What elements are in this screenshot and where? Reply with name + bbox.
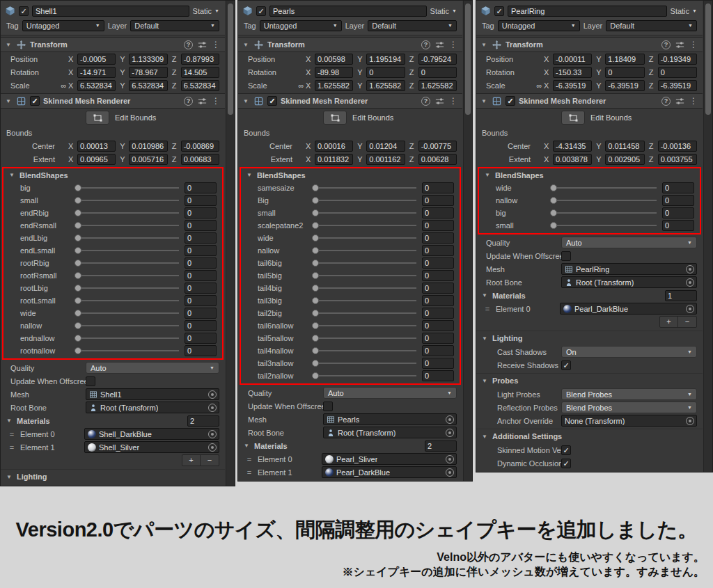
slider-thumb[interactable] (312, 285, 319, 292)
blendshape-slider[interactable] (312, 196, 416, 205)
y-value-field[interactable]: 0.011458 (605, 141, 644, 152)
slider-thumb[interactable] (312, 372, 319, 379)
update-when-offscreen-checkbox[interactable] (323, 402, 333, 411)
blendshape-slider[interactable] (75, 308, 179, 318)
blendshape-value-field[interactable]: 0 (185, 333, 217, 344)
z-value-field[interactable]: -0.00869 (181, 141, 219, 152)
foldout-arrow-icon[interactable]: ▼ (243, 42, 250, 48)
foldout-arrow-icon[interactable]: ▼ (6, 42, 13, 48)
component-enabled-checkbox[interactable]: ✓ (267, 96, 277, 106)
layer-dropdown[interactable]: Default▼ (606, 20, 697, 31)
blendshape-slider[interactable] (75, 233, 179, 243)
blendshape-slider[interactable] (312, 208, 416, 218)
blendshape-value-field[interactable]: 0 (422, 345, 454, 356)
foldout-arrow-icon[interactable]: ▼ (9, 172, 16, 178)
link-icon[interactable]: ∞ (59, 81, 68, 90)
slider-thumb[interactable] (75, 335, 81, 342)
link-icon[interactable]: ∞ (297, 81, 306, 90)
slider-thumb[interactable] (550, 184, 557, 191)
blendshape-slider[interactable] (75, 183, 179, 193)
slider-thumb[interactable] (312, 310, 319, 317)
blendshape-slider[interactable] (75, 271, 179, 280)
slider-thumb[interactable] (312, 184, 319, 191)
slider-thumb[interactable] (312, 360, 319, 367)
y-value-field[interactable]: 6.532834 (129, 80, 167, 91)
blendshape-slider[interactable] (550, 183, 657, 193)
foldout-arrow-icon[interactable]: ▼ (482, 335, 489, 342)
drag-handle-icon[interactable]: = (244, 455, 255, 463)
scrollbar[interactable] (703, 1, 712, 472)
blendshape-slider[interactable] (312, 258, 416, 268)
z-value-field[interactable]: 0.00683 (181, 154, 219, 165)
blendshape-value-field[interactable]: 0 (422, 295, 454, 306)
blendshape-slider[interactable] (312, 358, 416, 368)
preset-icon[interactable] (434, 40, 445, 50)
blendshape-slider[interactable] (312, 346, 416, 356)
tag-dropdown[interactable]: Untagged▼ (498, 20, 580, 31)
z-value-field[interactable]: 0.00628 (418, 154, 457, 165)
slider-thumb[interactable] (312, 260, 319, 267)
blendshape-slider[interactable] (312, 296, 416, 305)
remove-element-button[interactable]: − (678, 317, 696, 327)
z-value-field[interactable]: 0 (658, 67, 697, 78)
drag-handle-icon[interactable]: = (6, 443, 17, 452)
foldout-arrow-icon[interactable]: ▼ (244, 443, 251, 449)
blendshape-value-field[interactable]: 0 (185, 308, 217, 319)
blendshape-slider[interactable] (75, 258, 179, 268)
x-value-field[interactable]: 0.00016 (315, 141, 353, 152)
root-bone-object-field[interactable]: Root (Transform) (86, 402, 219, 413)
blendshape-value-field[interactable]: 0 (422, 232, 454, 244)
foldout-arrow-icon[interactable]: ▼ (485, 172, 492, 178)
blendshape-slider[interactable] (312, 308, 416, 318)
x-value-field[interactable]: 0.011832 (315, 154, 353, 165)
add-element-button[interactable]: + (182, 455, 201, 466)
link-icon[interactable]: ∞ (535, 81, 544, 90)
blendshape-slider[interactable] (75, 333, 179, 343)
foldout-arrow-icon[interactable]: ▼ (482, 292, 489, 299)
x-value-field[interactable]: 0.00013 (77, 141, 116, 152)
help-icon[interactable]: ? (421, 40, 430, 49)
blendshape-value-field[interactable]: 0 (422, 245, 454, 256)
slider-thumb[interactable] (312, 247, 319, 254)
cast-shadows-dropdown[interactable]: On▼ (561, 346, 697, 358)
x-value-field[interactable]: -89.98 (315, 67, 353, 78)
y-value-field[interactable]: 1.133309 (129, 54, 167, 65)
help-icon[interactable]: ? (184, 97, 193, 106)
z-value-field[interactable]: -0.79524 (418, 54, 457, 65)
y-value-field[interactable]: 0.005716 (129, 154, 167, 165)
object-picker-icon[interactable] (208, 430, 217, 438)
component-enabled-checkbox[interactable]: ✓ (30, 96, 40, 106)
foldout-arrow-icon[interactable]: ▼ (6, 418, 13, 424)
z-value-field[interactable]: -6.39519 (658, 80, 697, 91)
x-value-field[interactable]: 0.003878 (553, 154, 592, 165)
static-toggle[interactable]: Static▼ (193, 7, 221, 15)
slider-thumb[interactable] (75, 272, 81, 279)
edit-bounds-button[interactable] (86, 111, 109, 125)
kebab-menu-icon[interactable]: ⋮ (212, 97, 220, 105)
foldout-arrow-icon[interactable]: ▼ (482, 378, 489, 384)
update-when-offscreen-checkbox[interactable] (561, 251, 571, 261)
kebab-menu-icon[interactable]: ⋮ (689, 40, 698, 49)
z-value-field[interactable]: 1.625582 (418, 80, 457, 91)
slider-thumb[interactable] (312, 197, 319, 204)
z-value-field[interactable]: 0 (418, 67, 457, 78)
blendshape-slider[interactable] (312, 283, 416, 293)
layer-dropdown[interactable]: Default▼ (368, 20, 457, 31)
blendshape-slider[interactable] (75, 296, 179, 305)
blendshape-value-field[interactable]: 0 (185, 320, 217, 331)
blendshape-value-field[interactable]: 0 (422, 270, 454, 281)
static-toggle[interactable]: Static▼ (430, 7, 458, 15)
help-icon[interactable]: ? (184, 40, 193, 49)
root-bone-object-field[interactable]: Root (Transform) (561, 276, 697, 288)
slider-thumb[interactable] (312, 297, 319, 304)
edit-bounds-button[interactable] (561, 111, 585, 125)
blendshape-slider[interactable] (75, 346, 179, 356)
blendshape-slider[interactable] (312, 233, 416, 243)
blendshape-value-field[interactable]: 0 (185, 345, 217, 356)
slider-thumb[interactable] (75, 297, 81, 304)
quality-dropdown[interactable]: Auto▼ (86, 362, 219, 374)
object-picker-icon[interactable] (208, 404, 217, 412)
blendshape-slider[interactable] (312, 321, 416, 331)
slider-thumb[interactable] (550, 209, 557, 216)
materials-count-field[interactable]: 1 (665, 290, 697, 301)
